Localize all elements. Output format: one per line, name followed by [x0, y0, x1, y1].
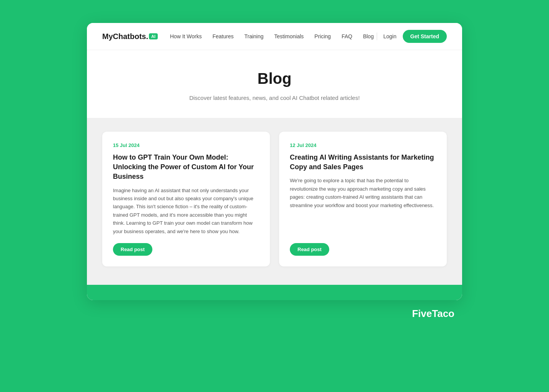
fivetaco-bar: FiveTaco	[87, 300, 462, 323]
card-1-excerpt: Imagine having an AI assistant that not …	[113, 186, 259, 236]
logo-text: MyChatbots.	[102, 32, 148, 41]
card-1-read-post-button[interactable]: Read post	[113, 243, 152, 256]
nav-link-pricing[interactable]: Pricing	[314, 33, 331, 39]
nav-link-how-it-works[interactable]: How It Works	[170, 33, 202, 39]
card-1-title: How to GPT Train Your Own Model: Unlocki…	[113, 153, 259, 182]
nav-link-blog[interactable]: Blog	[363, 33, 374, 39]
navbar: MyChatbots. AI How It Works Features Tra…	[87, 23, 462, 50]
footer-bar	[87, 285, 462, 300]
card-2-excerpt: We're going to explore a topic that has …	[290, 176, 436, 235]
main-container: MyChatbots. AI How It Works Features Tra…	[87, 23, 462, 300]
card-2-date: 12 Jul 2024	[290, 142, 436, 148]
nav-link-testimonials[interactable]: Testimonials	[274, 33, 304, 39]
nav-links: How It Works Features Training Testimoni…	[170, 33, 377, 39]
nav-actions: Login Get Started	[377, 30, 447, 43]
logo[interactable]: MyChatbots. AI	[102, 32, 158, 41]
fivetaco-logo: FiveTaco	[412, 308, 454, 320]
card-2-read-post-button[interactable]: Read post	[290, 243, 329, 256]
nav-link-training[interactable]: Training	[244, 33, 263, 39]
nav-link-faq[interactable]: FAQ	[341, 33, 352, 39]
logo-badge: AI	[149, 33, 158, 39]
hero-subtitle: Discover latest features, news, and cool…	[183, 93, 366, 103]
login-button[interactable]: Login	[383, 33, 396, 39]
blog-card-1: 15 Jul 2024 How to GPT Train Your Own Mo…	[102, 132, 270, 266]
nav-divider	[377, 33, 377, 40]
blog-cards-section: 15 Jul 2024 How to GPT Train Your Own Mo…	[87, 118, 462, 285]
nav-link-features[interactable]: Features	[212, 33, 234, 39]
get-started-button[interactable]: Get Started	[403, 30, 447, 43]
card-2-title: Creating AI Writing Assistants for Marke…	[290, 153, 436, 172]
blog-card-2: 12 Jul 2024 Creating AI Writing Assistan…	[279, 132, 447, 266]
hero-section: Blog Discover latest features, news, and…	[87, 50, 462, 118]
page-title: Blog	[102, 70, 447, 87]
card-1-date: 15 Jul 2024	[113, 142, 259, 148]
